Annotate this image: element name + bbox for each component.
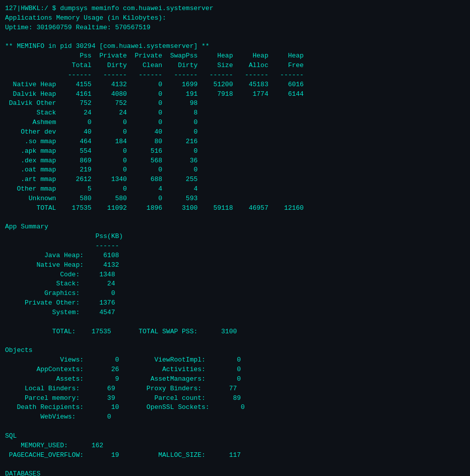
terminal-output: 127|HWBKL:/ $ dumpsys meminfo com.huawei…: [5, 4, 465, 476]
terminal-window: 127|HWBKL:/ $ dumpsys meminfo com.huawei…: [5, 4, 465, 476]
